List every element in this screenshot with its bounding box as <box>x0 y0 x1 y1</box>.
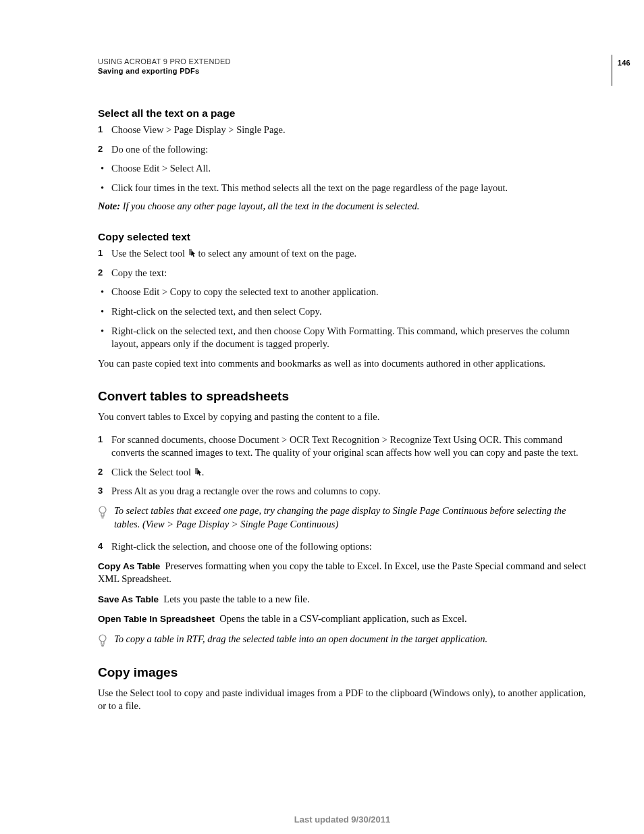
step-text: For scanned documents, choose Document >… <box>111 434 579 459</box>
step-text-suffix: to select any amount of text on the page… <box>196 248 356 259</box>
step-item: 3Press Alt as you drag a rectangle over … <box>98 485 587 498</box>
step-number: 2 <box>98 143 103 155</box>
bullet-item: Choose Edit > Copy to copy the selected … <box>98 286 587 299</box>
step-text-suffix: . <box>202 467 205 477</box>
tip: To select tables that exceed one page, t… <box>98 504 587 531</box>
chapter-title: Saving and exporting PDFs <box>98 67 587 75</box>
step-text: Choose View > Page Display > Single Page… <box>111 124 286 135</box>
step-number: 1 <box>98 124 103 136</box>
def-term: Copy As Table <box>98 561 160 571</box>
document-page: USING ACROBAT 9 PRO EXTENDED Saving and … <box>0 0 644 834</box>
section-copy-images: Copy images Use the Select tool to copy … <box>98 665 587 713</box>
step-item: 2Copy the text: <box>98 267 587 280</box>
paragraph: You can paste copied text into comments … <box>98 357 587 371</box>
section-convert-tables: Convert tables to spreadsheets You conve… <box>98 389 587 646</box>
step-text: Copy the text: <box>111 267 167 278</box>
footer-updated: Last updated 9/30/2011 <box>98 814 587 825</box>
heading-copy-selected: Copy selected text <box>98 231 587 243</box>
step-item: 2Do one of the following: <box>98 143 587 157</box>
svg-point-3 <box>99 635 106 642</box>
step-item: 1 Use the Select tool to select any amou… <box>98 247 587 261</box>
steps-list: 1For scanned documents, choose Document … <box>98 434 587 498</box>
heading-convert-tables: Convert tables to spreadsheets <box>98 389 587 404</box>
doc-title: USING ACROBAT 9 PRO EXTENDED <box>98 57 587 66</box>
section-select-all-text: Select all the text on a page 1Choose Vi… <box>98 107 587 212</box>
step-item: 1Choose View > Page Display > Single Pag… <box>98 124 587 137</box>
step-number: 2 <box>98 466 103 478</box>
def-term: Open Table In Spreadsheet <box>98 614 215 624</box>
def-body: Lets you paste the table to a new file. <box>163 594 309 604</box>
step-item: 1For scanned documents, choose Document … <box>98 434 587 460</box>
lightbulb-icon <box>98 634 107 648</box>
bullet-item: Choose Edit > Select All. <box>98 162 587 176</box>
heading-copy-images: Copy images <box>98 665 587 680</box>
step-text: Do one of the following: <box>111 144 208 155</box>
select-tool-icon <box>188 249 196 258</box>
note-body: If you choose any other page layout, all… <box>123 201 420 211</box>
step-item: 4Right-click the selection, and choose o… <box>98 540 587 554</box>
step-number: 1 <box>98 247 103 259</box>
note-label: Note: <box>98 201 120 211</box>
step-text-prefix: Use the Select tool <box>111 248 188 259</box>
bullet-item: Right-click on the selected text, and th… <box>98 325 587 351</box>
step-number: 4 <box>98 540 103 552</box>
lightbulb-icon <box>98 506 107 519</box>
step-item: 2 Click the Select tool . <box>98 466 587 479</box>
heading-select-all: Select all the text on a page <box>98 107 587 120</box>
step-number: 3 <box>98 485 103 497</box>
paragraph: You convert tables to Excel by copying a… <box>98 411 587 424</box>
steps-list: 4Right-click the selection, and choose o… <box>98 540 587 554</box>
def-term: Save As Table <box>98 594 159 604</box>
definition-item: Open Table In Spreadsheet Opens the tabl… <box>98 613 587 626</box>
def-body: Opens the table in a CSV-compliant appli… <box>219 613 466 624</box>
step-number: 2 <box>98 267 103 279</box>
step-text-prefix: Click the Select tool <box>111 467 194 477</box>
tip-text: To copy a table in RTF, drag the selecte… <box>114 633 487 644</box>
select-tool-icon <box>194 467 202 477</box>
def-body: Preserves formatting when you copy the t… <box>98 561 586 585</box>
svg-point-0 <box>99 506 106 513</box>
bullet-item: Click four times in the text. This metho… <box>98 182 587 195</box>
step-number: 1 <box>98 434 103 446</box>
page-number: 146 <box>612 55 630 86</box>
step-text: Press Alt as you drag a rectangle over t… <box>111 486 381 496</box>
bullet-list: Choose Edit > Copy to copy the selected … <box>98 286 587 350</box>
tip: To copy a table in RTF, drag the selecte… <box>98 633 587 646</box>
section-copy-selected-text: Copy selected text 1 Use the Select tool… <box>98 231 587 370</box>
bullet-item: Right-click on the selected text, and th… <box>98 305 587 319</box>
note: Note: If you choose any other page layou… <box>98 201 587 212</box>
page-header: USING ACROBAT 9 PRO EXTENDED Saving and … <box>98 57 587 75</box>
tip-text: To select tables that exceed one page, t… <box>114 505 566 529</box>
step-text: Right-click the selection, and choose on… <box>111 541 372 552</box>
steps-list: 1 Use the Select tool to select any amou… <box>98 247 587 280</box>
paragraph: Use the Select tool to copy and paste in… <box>98 687 587 713</box>
definition-item: Save As Table Lets you paste the table t… <box>98 593 587 606</box>
definition-item: Copy As Table Preserves formatting when … <box>98 560 587 586</box>
bullet-list: Choose Edit > Select All. Click four tim… <box>98 162 587 194</box>
steps-list: 1Choose View > Page Display > Single Pag… <box>98 124 587 156</box>
